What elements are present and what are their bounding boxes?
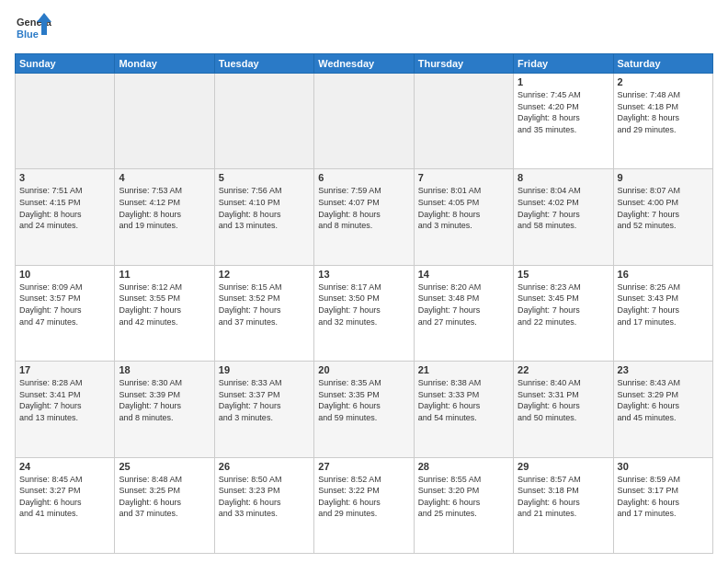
day-info: Sunrise: 8:52 AMSunset: 3:22 PMDaylight:… [318,474,409,520]
day-info: Sunrise: 8:12 AMSunset: 3:55 PMDaylight:… [119,282,210,327]
weekday-sunday: Sunday [16,54,115,74]
empty-cell [314,74,414,169]
weekday-friday: Friday [514,54,613,74]
empty-cell [16,74,115,169]
day-number: 9 [618,172,709,183]
day-cell-7: 7Sunrise: 8:01 AMSunset: 4:05 PMDaylight… [414,169,513,265]
calendar-table: SundayMondayTuesdayWednesdayThursdayFrid… [15,53,713,554]
day-info: Sunrise: 8:07 AMSunset: 4:00 PMDaylight:… [618,185,709,231]
day-info: Sunrise: 8:23 AMSunset: 3:45 PMDaylight:… [518,282,609,327]
logo: General Blue [15,11,51,48]
day-number: 18 [119,364,210,375]
empty-cell [414,74,513,169]
day-cell-27: 27Sunrise: 8:52 AMSunset: 3:22 PMDayligh… [314,457,414,553]
day-number: 22 [518,364,609,375]
day-number: 16 [618,269,709,280]
day-number: 21 [418,364,509,375]
day-info: Sunrise: 7:59 AMSunset: 4:07 PMDaylight:… [318,185,409,231]
day-info: Sunrise: 8:30 AMSunset: 3:39 PMDaylight:… [119,377,210,423]
day-cell-4: 4Sunrise: 7:53 AMSunset: 4:12 PMDaylight… [115,169,214,265]
week-row-5: 24Sunrise: 8:45 AMSunset: 3:27 PMDayligh… [16,457,713,553]
day-number: 15 [518,269,609,280]
weekday-monday: Monday [115,54,214,74]
day-cell-24: 24Sunrise: 8:45 AMSunset: 3:27 PMDayligh… [16,457,115,553]
day-cell-12: 12Sunrise: 8:15 AMSunset: 3:52 PMDayligh… [214,265,313,361]
day-info: Sunrise: 8:33 AMSunset: 3:37 PMDaylight:… [219,377,310,423]
day-cell-25: 25Sunrise: 8:48 AMSunset: 3:25 PMDayligh… [115,457,214,553]
day-number: 2 [618,76,709,87]
day-cell-1: 1Sunrise: 7:45 AMSunset: 4:20 PMDaylight… [514,74,613,169]
day-number: 8 [518,172,609,183]
day-number: 3 [19,172,110,183]
day-info: Sunrise: 7:51 AMSunset: 4:15 PMDaylight:… [19,185,110,231]
day-number: 19 [219,364,310,375]
day-cell-15: 15Sunrise: 8:23 AMSunset: 3:45 PMDayligh… [514,265,613,361]
day-info: Sunrise: 8:59 AMSunset: 3:17 PMDaylight:… [618,474,709,520]
day-number: 13 [318,269,409,280]
day-info: Sunrise: 8:48 AMSunset: 3:25 PMDaylight:… [119,474,210,520]
day-number: 24 [19,461,110,472]
day-number: 30 [618,461,709,472]
day-cell-2: 2Sunrise: 7:48 AMSunset: 4:18 PMDaylight… [613,74,712,169]
day-info: Sunrise: 8:04 AMSunset: 4:02 PMDaylight:… [518,185,609,231]
day-number: 28 [418,461,509,472]
day-cell-9: 9Sunrise: 8:07 AMSunset: 4:00 PMDaylight… [613,169,712,265]
day-cell-21: 21Sunrise: 8:38 AMSunset: 3:33 PMDayligh… [414,362,513,457]
day-cell-26: 26Sunrise: 8:50 AMSunset: 3:23 PMDayligh… [214,457,313,553]
day-number: 26 [219,461,310,472]
weekday-wednesday: Wednesday [314,54,414,74]
day-number: 27 [318,461,409,472]
day-number: 1 [518,76,609,87]
day-number: 5 [219,172,310,183]
day-cell-5: 5Sunrise: 7:56 AMSunset: 4:10 PMDaylight… [214,169,313,265]
day-number: 10 [19,269,110,280]
day-cell-16: 16Sunrise: 8:25 AMSunset: 3:43 PMDayligh… [613,265,712,361]
day-info: Sunrise: 7:56 AMSunset: 4:10 PMDaylight:… [219,185,310,231]
day-info: Sunrise: 8:20 AMSunset: 3:48 PMDaylight:… [418,282,509,327]
day-info: Sunrise: 8:50 AMSunset: 3:23 PMDaylight:… [219,474,310,520]
weekday-thursday: Thursday [414,54,513,74]
week-row-3: 10Sunrise: 8:09 AMSunset: 3:57 PMDayligh… [16,265,713,361]
day-cell-28: 28Sunrise: 8:55 AMSunset: 3:20 PMDayligh… [414,457,513,553]
day-info: Sunrise: 8:15 AMSunset: 3:52 PMDaylight:… [219,282,310,327]
day-info: Sunrise: 8:43 AMSunset: 3:29 PMDaylight:… [618,377,709,423]
day-info: Sunrise: 8:40 AMSunset: 3:31 PMDaylight:… [518,377,609,423]
day-info: Sunrise: 8:09 AMSunset: 3:57 PMDaylight:… [19,282,110,327]
day-info: Sunrise: 8:57 AMSunset: 3:18 PMDaylight:… [518,474,609,520]
day-info: Sunrise: 8:01 AMSunset: 4:05 PMDaylight:… [418,185,509,231]
calendar-page: General Blue SundayMondayTuesdayWednesda… [0,0,728,563]
day-cell-3: 3Sunrise: 7:51 AMSunset: 4:15 PMDaylight… [16,169,115,265]
weekday-saturday: Saturday [613,54,712,74]
day-cell-20: 20Sunrise: 8:35 AMSunset: 3:35 PMDayligh… [314,362,414,457]
day-cell-23: 23Sunrise: 8:43 AMSunset: 3:29 PMDayligh… [613,362,712,457]
header: General Blue [15,11,713,48]
logo-svg: General Blue [15,11,51,48]
day-cell-6: 6Sunrise: 7:59 AMSunset: 4:07 PMDaylight… [314,169,414,265]
day-info: Sunrise: 8:17 AMSunset: 3:50 PMDaylight:… [318,282,409,327]
day-cell-17: 17Sunrise: 8:28 AMSunset: 3:41 PMDayligh… [16,362,115,457]
day-number: 25 [119,461,210,472]
svg-text:Blue: Blue [17,29,39,40]
day-cell-13: 13Sunrise: 8:17 AMSunset: 3:50 PMDayligh… [314,265,414,361]
week-row-4: 17Sunrise: 8:28 AMSunset: 3:41 PMDayligh… [16,362,713,457]
day-number: 12 [219,269,310,280]
empty-cell [115,74,214,169]
day-info: Sunrise: 7:48 AMSunset: 4:18 PMDaylight:… [618,89,709,135]
day-info: Sunrise: 8:25 AMSunset: 3:43 PMDaylight:… [618,282,709,327]
day-info: Sunrise: 7:45 AMSunset: 4:20 PMDaylight:… [518,89,609,135]
day-number: 20 [318,364,409,375]
day-number: 7 [418,172,509,183]
day-number: 29 [518,461,609,472]
day-info: Sunrise: 8:45 AMSunset: 3:27 PMDaylight:… [19,474,110,520]
day-info: Sunrise: 8:38 AMSunset: 3:33 PMDaylight:… [418,377,509,423]
day-info: Sunrise: 8:35 AMSunset: 3:35 PMDaylight:… [318,377,409,423]
week-row-2: 3Sunrise: 7:51 AMSunset: 4:15 PMDaylight… [16,169,713,265]
weekday-header-row: SundayMondayTuesdayWednesdayThursdayFrid… [16,54,713,74]
day-info: Sunrise: 8:28 AMSunset: 3:41 PMDaylight:… [19,377,110,423]
day-cell-11: 11Sunrise: 8:12 AMSunset: 3:55 PMDayligh… [115,265,214,361]
day-number: 17 [19,364,110,375]
empty-cell [214,74,313,169]
weekday-tuesday: Tuesday [214,54,313,74]
day-number: 23 [618,364,709,375]
day-cell-10: 10Sunrise: 8:09 AMSunset: 3:57 PMDayligh… [16,265,115,361]
